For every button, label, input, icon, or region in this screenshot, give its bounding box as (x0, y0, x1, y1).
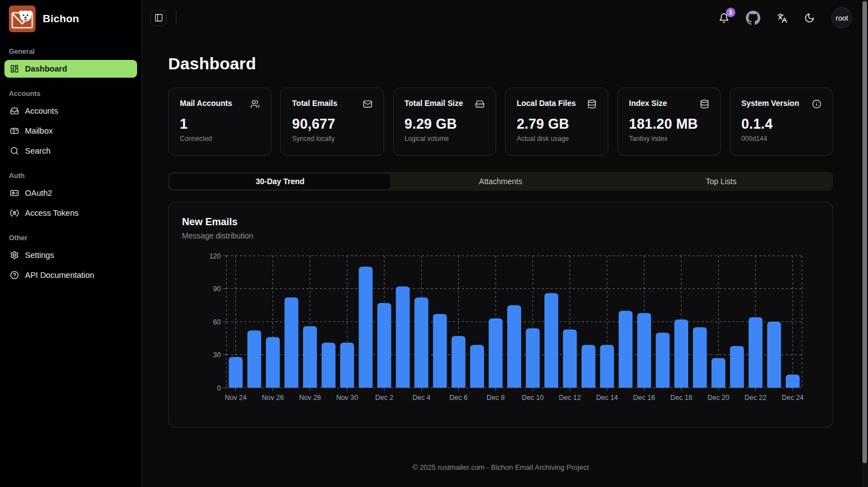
id-card-icon (10, 189, 19, 197)
stat-title: Index Size (629, 99, 667, 108)
tab-top-lists[interactable]: Top Lists (611, 174, 831, 189)
nav-group-general: GeneralDashboard (4, 45, 137, 78)
stat-value: 2.79 GB (517, 116, 597, 132)
bar-dec-21 (730, 346, 744, 388)
footer-text: © 2025 rustmailer.com - Bichon Email Arc… (168, 463, 833, 471)
bar-dec-15 (619, 311, 633, 388)
sidebar-item-accounts[interactable]: Accounts (4, 102, 137, 120)
sidebar-item-access-tokens[interactable]: Access Tokens (4, 204, 137, 222)
bar-dec-6 (452, 336, 466, 388)
github-icon (746, 11, 760, 25)
sidebar-item-label: Access Tokens (25, 209, 78, 217)
x-axis-label: Dec 14 (596, 394, 618, 402)
topbar: 1 root (142, 0, 868, 35)
sidebar-item-search[interactable]: Search (4, 142, 137, 160)
bar-dec-7 (470, 345, 484, 388)
users-icon (250, 99, 260, 109)
x-axis-label: Nov 24 (225, 394, 247, 402)
main-area: 1 root Dashboard Mail Accounts1Connected… (142, 0, 868, 487)
x-axis-label: Dec 16 (633, 394, 655, 402)
bar-dec-4 (415, 297, 428, 388)
info-icon (812, 99, 821, 109)
sidebar-item-settings[interactable]: Settings (4, 246, 137, 264)
hard-drive-icon (475, 99, 485, 109)
bar-dec-11 (544, 293, 558, 388)
bar-nov-24 (229, 357, 243, 388)
nav-group-label: Accounts (4, 88, 137, 102)
x-axis-label: Nov 30 (336, 394, 359, 402)
stat-subtitle: 000d144 (741, 135, 821, 143)
sidebar-nav: GeneralDashboardAccountsAccountsMailboxS… (4, 35, 137, 286)
tab-attachments[interactable]: Attachments (390, 174, 610, 189)
token-lock-icon (10, 209, 19, 217)
panel-left-icon (154, 13, 163, 22)
stat-subtitle: Actual disk usage (517, 135, 597, 143)
bar-dec-1 (359, 267, 372, 388)
chart-subtitle: Message distribution (182, 231, 819, 240)
app-window: Bichon GeneralDashboardAccountsAccountsM… (0, 0, 868, 487)
bar-nov-25 (248, 331, 261, 388)
sidebar-toggle-button[interactable] (150, 10, 166, 26)
tab-30-day-trend[interactable]: 30-Day Trend (170, 174, 390, 189)
stat-value: 9.29 GB (405, 116, 485, 132)
bar-dec-9 (507, 305, 521, 388)
sidebar-item-label: Mailbox (25, 126, 53, 135)
bar-dec-10 (526, 328, 539, 388)
database-icon (700, 99, 709, 109)
x-axis-label: Dec 12 (559, 394, 581, 402)
tab-list: 30-Day TrendAttachmentsTop Lists (168, 172, 833, 191)
sidebar-item-label: Search (25, 146, 51, 155)
sidebar-item-mailbox[interactable]: Mailbox (4, 122, 137, 140)
y-axis-label: 30 (213, 351, 221, 359)
sidebar-item-oauth2[interactable]: OAuth2 (4, 184, 137, 202)
theme-toggle-button[interactable] (804, 13, 815, 23)
sidebar-item-dashboard[interactable]: Dashboard (4, 60, 137, 78)
github-button[interactable] (746, 11, 760, 25)
sidebar-item-api-documentation[interactable]: API Documentation (4, 266, 137, 284)
bar-nov-30 (340, 343, 354, 388)
x-axis-label: Dec 4 (412, 394, 431, 402)
bar-dec-8 (489, 318, 503, 388)
bar-dec-3 (396, 287, 410, 388)
nav-group-other: OtherSettingsAPI Documentation (4, 232, 137, 284)
scrollbar-track[interactable] (862, 0, 868, 487)
settings-gear-icon (10, 251, 19, 260)
bar-chart: 0306090120Nov 24Nov 26Nov 28Nov 30Dec 2D… (182, 248, 819, 408)
inbox-icon (10, 106, 19, 115)
layout-dashboard-icon (10, 64, 19, 73)
mail-icon (363, 99, 372, 109)
bar-nov-29 (321, 343, 335, 388)
sidebar: Bichon GeneralDashboardAccountsAccountsM… (0, 0, 142, 487)
stats-grid: Mail Accounts1ConnectedTotal Emails90,67… (168, 88, 833, 156)
language-button[interactable] (777, 13, 788, 23)
sidebar-item-label: Accounts (25, 106, 58, 115)
stat-card-system-version: System Version0.1.4000d144 (730, 88, 833, 156)
y-axis-label: 60 (213, 318, 221, 326)
x-axis-label: Dec 24 (781, 394, 804, 402)
stat-card-total-email-size: Total Email Size9.29 GBLogical volume (393, 88, 496, 156)
notification-badge: 1 (726, 8, 735, 17)
content: Dashboard Mail Accounts1ConnectedTotal E… (142, 35, 868, 487)
bar-dec-14 (600, 345, 614, 388)
y-axis-label: 120 (209, 252, 221, 260)
help-circle-icon (10, 271, 19, 280)
bar-dec-19 (693, 327, 707, 388)
stat-title: Total Email Size (405, 99, 463, 108)
x-axis-label: Dec 18 (670, 394, 693, 402)
bar-nov-26 (266, 337, 280, 388)
brand-name: Bichon (43, 13, 79, 25)
x-axis-label: Dec 2 (375, 394, 393, 402)
bar-dec-17 (656, 333, 670, 388)
sidebar-item-label: Dashboard (25, 64, 67, 73)
stat-value: 90,677 (292, 116, 372, 132)
moon-icon (804, 13, 815, 23)
notifications-button[interactable]: 1 (719, 13, 729, 23)
topbar-divider (176, 11, 176, 25)
y-axis-label: 90 (213, 285, 221, 293)
scrollbar-thumb[interactable] (862, 1, 867, 463)
x-axis-label: Dec 6 (450, 394, 468, 402)
stat-subtitle: Synced locally (292, 135, 372, 143)
user-avatar[interactable]: root (831, 7, 852, 28)
x-axis-label: Dec 8 (487, 394, 505, 402)
x-axis-label: Nov 28 (299, 394, 321, 402)
